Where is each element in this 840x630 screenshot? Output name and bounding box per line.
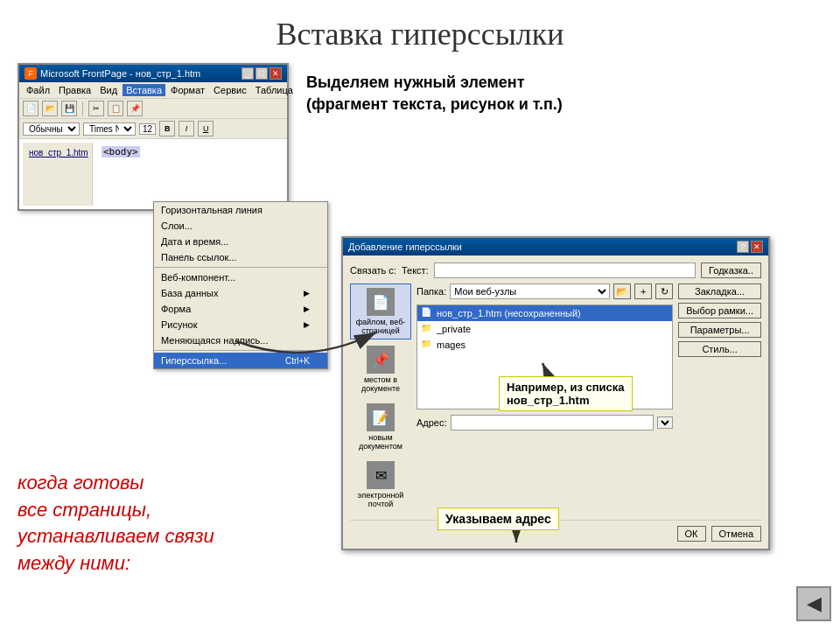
frontpage-panel: F Microsoft FrontPage - нов_стр_1.htm _ … [18, 63, 289, 211]
folder-images-icon: 📁 [421, 339, 433, 351]
fp-title-text: Microsoft FrontPage - нов_стр_1.htm [40, 68, 200, 79]
menu-date-time[interactable]: Дата и время... [154, 234, 327, 249]
description-line2: (фрагмент текста, рисунок и т.п.) [306, 95, 563, 113]
menu-link-panel[interactable]: Панель ссылок... [154, 249, 327, 265]
right-description: Выделяем нужный элемент (фрагмент текста… [306, 63, 822, 211]
bottom-line1: когда готовы [18, 472, 144, 494]
addr-dropdown[interactable]: ▼ [657, 416, 673, 429]
file-item-page[interactable]: 📄 нов_стр_1.htm (несохраненный) [417, 305, 672, 321]
annotation-address-text: Указываем адрес [445, 512, 551, 526]
menu-database[interactable]: База данных ▶ [154, 285, 327, 301]
fp-menubar: Файл Правка Вид Вставка Формат Сервис Та… [19, 82, 287, 99]
dialog-left-icons: 📄 файлом, веб-страницей 📌 местом в докум… [350, 284, 411, 513]
icon-file-label: файлом, веб-страницей [353, 318, 409, 335]
folder-label: Папка: [416, 286, 446, 297]
folder-add-btn[interactable]: + [634, 284, 652, 299]
menu-layers[interactable]: Слои... [154, 218, 327, 234]
dialog-folder-row: Папка: Мои веб-узлы 📂 + ↻ [416, 284, 673, 299]
email-icon: ✉ [367, 461, 395, 489]
folder-select[interactable]: Мои веб-узлы [450, 284, 610, 299]
font-size[interactable]: 12 [139, 123, 156, 135]
insert-dropdown-menu: Горизонтальная линия Слои... Дата и врем… [153, 201, 328, 369]
hyperlink-shortcut: Ctrl+K [285, 356, 310, 366]
new-doc-icon: 📝 [367, 403, 395, 431]
bottom-line4: между ними: [18, 552, 130, 574]
menu-table[interactable]: Таблица [252, 84, 297, 96]
toolbar-copy[interactable]: 📋 [108, 101, 123, 116]
format-font-select[interactable]: Times New... [83, 122, 136, 136]
fp-app-icon: F [24, 67, 37, 80]
close-btn[interactable]: ✕ [270, 67, 282, 80]
dialog-connect-label: Связать с: [350, 265, 396, 276]
menu-form[interactable]: Форма ▶ [154, 301, 327, 317]
menu-web-component[interactable]: Веб-компонент... [154, 270, 327, 285]
menu-view[interactable]: Вид [96, 84, 121, 96]
icon-place-label: местом в документе [353, 375, 409, 393]
bottom-text: когда готовы все страницы, устанавливаем… [18, 470, 214, 578]
format-style-select[interactable]: Обычный [23, 122, 80, 136]
menu-marquee[interactable]: Меняющаяся надпись... [154, 332, 327, 348]
menu-format[interactable]: Формат [167, 84, 208, 96]
fp-sidebar: нов_стр_1.htm [23, 143, 93, 206]
file-web-icon: 📄 [367, 288, 395, 316]
menu-hyperlink[interactable]: Гиперссылка... Ctrl+K [154, 353, 327, 368]
fp-format-bar: Обычный Times New... 12 B I U [19, 119, 287, 139]
description-line1: Выделяем нужный элемент [306, 74, 525, 91]
dialog-side-buttons: Закладка... Выбор рамки... Параметры... … [678, 284, 761, 513]
place-icon: 📌 [367, 346, 395, 374]
bottom-line3: устанавливаем связи [18, 525, 214, 547]
fp-editor: <body> [98, 143, 284, 206]
fp-titlebar: F Microsoft FrontPage - нов_стр_1.htm _ … [19, 65, 287, 82]
params-btn[interactable]: Параметры... [678, 322, 761, 338]
dialog-icon-email[interactable]: ✉ электронной почтой [350, 457, 411, 513]
toolbar-new[interactable]: 📄 [23, 101, 38, 116]
toolbar-cut[interactable]: ✂ [88, 101, 104, 116]
dialog-godkazka-btn[interactable]: Годказка.. [701, 262, 761, 278]
toolbar-save[interactable]: 💾 [61, 101, 77, 116]
maximize-btn[interactable]: □ [256, 67, 268, 80]
folder-browse-btn[interactable]: 📂 [613, 284, 631, 299]
file-item-private[interactable]: 📁 _private [417, 321, 672, 337]
underline-btn[interactable]: U [198, 121, 214, 136]
ok-btn[interactable]: ОК [677, 526, 706, 542]
nav-back-button[interactable]: ◀ [796, 586, 831, 621]
italic-btn[interactable]: I [178, 121, 194, 136]
folder-refresh-btn[interactable]: ↻ [655, 284, 673, 299]
menu-service[interactable]: Сервис [210, 84, 250, 96]
dialog-icon-file[interactable]: 📄 файлом, веб-страницей [350, 284, 411, 340]
style-btn[interactable]: Стиль... [678, 341, 761, 357]
menu-file[interactable]: Файл [23, 84, 53, 96]
dialog-text-input[interactable] [434, 262, 696, 278]
dialog-addr-row: Адрес: ▼ [416, 415, 673, 430]
bold-btn[interactable]: B [159, 121, 175, 136]
file-name-3: mages [437, 340, 466, 350]
frame-select-btn[interactable]: Выбор рамки... [678, 303, 761, 318]
menu-horizontal-line[interactable]: Горизонтальная линия [154, 202, 327, 218]
bookmark-btn[interactable]: Закладка... [678, 284, 761, 299]
toolbar-open[interactable]: 📂 [42, 101, 58, 116]
fp-toolbar: 📄 📂 💾 ✂ 📋 📌 [19, 99, 287, 119]
dialog-help-btn[interactable]: ? [737, 241, 749, 253]
menu-picture[interactable]: Рисунок ▶ [154, 317, 327, 332]
address-input[interactable] [451, 415, 654, 430]
dialog-titlebar: Добавление гиперссылки ? ✕ [343, 238, 768, 256]
frontpage-window: F Microsoft FrontPage - нов_стр_1.htm _ … [18, 63, 289, 211]
dialog-icon-place[interactable]: 📌 местом в документе [350, 341, 411, 397]
menu-edit[interactable]: Правка [55, 84, 94, 96]
page-icon: 📄 [421, 307, 433, 319]
cancel-btn[interactable]: Отмена [711, 526, 761, 542]
addr-label: Адрес: [416, 417, 447, 428]
annotation-example-text: Например, из списканов_стр_1.htm [507, 381, 625, 407]
file-name-2: _private [437, 324, 471, 334]
fp-body-tag: <body> [102, 146, 140, 158]
fp-sidebar-page[interactable]: нов_стр_1.htm [26, 146, 88, 159]
file-item-images[interactable]: 📁 mages [417, 337, 672, 353]
dialog-text-label: Текст: [402, 265, 429, 276]
dialog-close-btn[interactable]: ✕ [751, 241, 763, 253]
annotation-example: Например, из списканов_стр_1.htm [499, 376, 633, 411]
dialog-icon-new-doc[interactable]: 📝 новым документом [350, 399, 411, 455]
menu-insert[interactable]: Вставка [122, 84, 165, 96]
minimize-btn[interactable]: _ [242, 67, 254, 80]
toolbar-paste[interactable]: 📌 [127, 101, 143, 116]
dialog-top-row: Связать с: Текст: Годказка.. [350, 262, 761, 278]
